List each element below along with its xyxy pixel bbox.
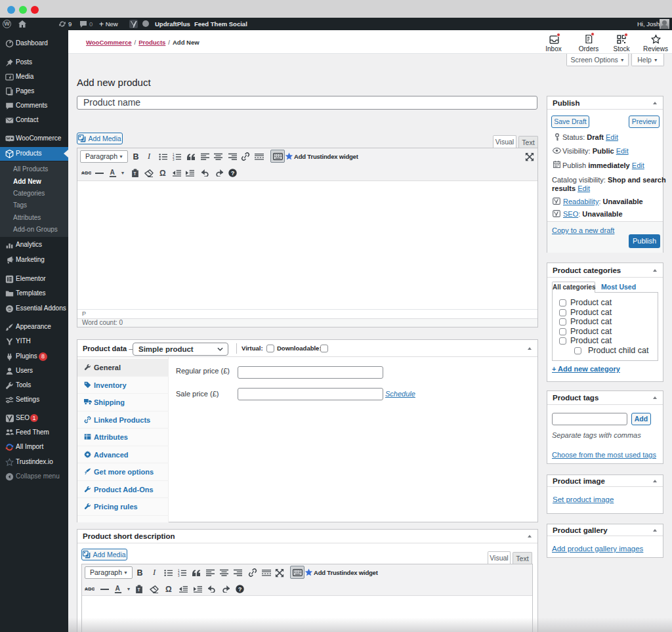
svg-text:?: ? xyxy=(238,586,241,593)
svg-text:Ω: Ω xyxy=(165,585,171,593)
svg-text:A: A xyxy=(110,169,115,176)
svg-text:?: ? xyxy=(230,170,234,177)
svg-text:3: 3 xyxy=(173,158,175,160)
svg-text:Ω: Ω xyxy=(159,169,165,177)
svg-text:3: 3 xyxy=(178,574,180,576)
svg-text:T: T xyxy=(138,587,140,592)
svg-text:T: T xyxy=(134,171,136,176)
svg-text:A: A xyxy=(115,585,120,592)
